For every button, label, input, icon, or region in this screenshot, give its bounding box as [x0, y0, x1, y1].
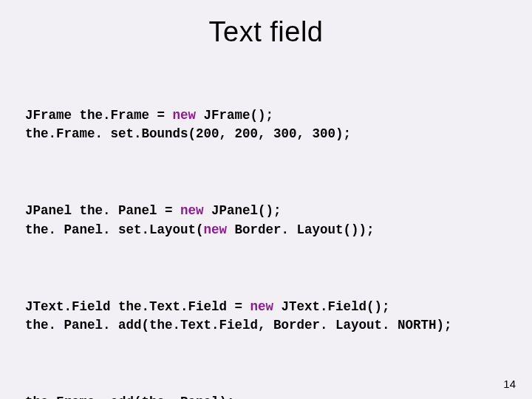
keyword-new: new	[204, 222, 228, 237]
keyword-new: new	[180, 203, 204, 218]
slide: Text field JFrame the.Frame = new JFrame…	[0, 0, 532, 399]
code-text: JFrame();	[196, 108, 273, 123]
code-text: the. Panel. add(the.Text.Field, Border. …	[25, 318, 452, 332]
code-text: the.Frame. set.Bounds(200, 200, 300, 300…	[25, 126, 351, 141]
code-block-1: JFrame the.Frame = new JFrame(); the.Fra…	[25, 106, 510, 144]
code-text: JPanel();	[204, 203, 282, 218]
code-area: JFrame the.Frame = new JFrame(); the.Fra…	[0, 69, 532, 399]
code-text: the. Panel. set.Layout(	[25, 222, 204, 237]
page-number: 14	[503, 378, 516, 390]
keyword-new: new	[250, 299, 274, 314]
code-block-2: JPanel the. Panel = new JPanel(); the. P…	[25, 202, 510, 239]
code-text: JText.Field the.Text.Field =	[25, 299, 250, 314]
keyword-new: new	[173, 108, 197, 123]
code-text: Border. Layout());	[227, 222, 375, 237]
code-text: JText.Field();	[273, 299, 390, 314]
code-text: the.Frame. add(the. Panel);	[25, 395, 235, 399]
code-block-3: JText.Field the.Text.Field = new JText.F…	[25, 298, 510, 335]
code-text: JFrame the.Frame =	[25, 108, 173, 123]
slide-title: Text field	[0, 0, 532, 69]
code-block-4: the.Frame. add(the. Panel); the.Frame. s…	[25, 393, 510, 399]
code-text: JPanel the. Panel =	[25, 203, 180, 218]
